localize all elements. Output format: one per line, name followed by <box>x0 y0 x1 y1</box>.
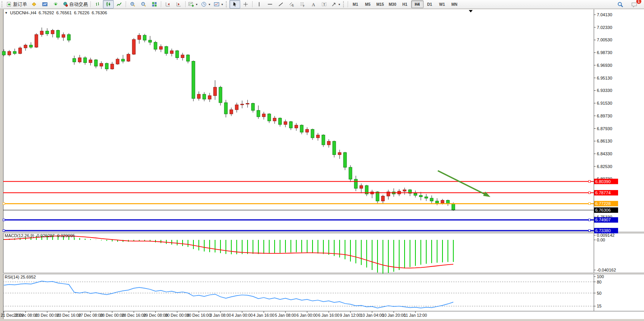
candle <box>311 129 314 138</box>
auto-scroll-button[interactable] <box>173 0 184 8</box>
candle <box>230 110 233 114</box>
candle <box>376 192 379 201</box>
timeframe-m15-button[interactable]: M15 <box>374 0 386 8</box>
candle-chart-mode-button[interactable] <box>103 0 114 8</box>
timeframe-d1-button[interactable]: D1 <box>424 0 436 8</box>
timeframe-m30-button[interactable]: M30 <box>386 0 399 8</box>
price-line-label: 6.74907 <box>594 217 618 222</box>
zoom-in-icon <box>130 2 135 7</box>
notifications-button[interactable]: 1 <box>629 0 639 8</box>
candle <box>132 39 135 54</box>
candle <box>327 141 330 145</box>
timeframe-w1-button[interactable]: W1 <box>436 0 448 8</box>
crosshair-button[interactable] <box>240 0 251 8</box>
price-tick-label: 6.87930 <box>597 126 612 131</box>
crosshair-icon <box>243 2 248 7</box>
text-label-tool-button[interactable]: T <box>319 0 330 8</box>
pane-separator[interactable] <box>3 232 644 233</box>
chart-window[interactable]: 7.041307.023307.005306.987306.969306.951… <box>0 0 644 321</box>
price-tick-label: 7.04130 <box>597 12 612 17</box>
candle <box>349 167 352 179</box>
timeframe-h1-button[interactable]: H1 <box>399 0 411 8</box>
candle <box>289 122 292 128</box>
timeframe-mn-button[interactable]: MN <box>448 0 461 8</box>
tile-windows-button[interactable] <box>149 0 160 8</box>
toolbar-grip[interactable] <box>2 1 3 7</box>
line-handle[interactable] <box>589 192 591 194</box>
time-tick-label: 10 Jan 20:00 <box>382 313 406 318</box>
candle <box>138 35 141 39</box>
fibonacci-icon: F <box>300 2 305 7</box>
chart-canvas[interactable]: 7.041307.023307.005306.987306.969306.951… <box>0 0 644 321</box>
svg-text:T: T <box>323 3 325 7</box>
line-handle[interactable] <box>589 180 591 182</box>
price-line-value: 6.76306 <box>595 208 611 212</box>
line-handle[interactable] <box>589 203 591 205</box>
zoom-out-button[interactable] <box>138 0 149 8</box>
candle <box>436 201 439 203</box>
new-order-button[interactable]: 新订单 <box>5 0 29 8</box>
channel-icon: E <box>289 2 294 7</box>
fibonacci-tool-button[interactable]: F <box>297 0 308 8</box>
timeframe-m1-button[interactable]: M1 <box>349 0 362 8</box>
notification-badge: 1 <box>636 0 642 4</box>
time-tick-label: 22 Dec 08:00 <box>14 313 38 318</box>
candle <box>430 198 433 201</box>
price-line-label: 6.78774 <box>594 190 618 195</box>
candle <box>452 204 455 210</box>
zoom-out-icon <box>141 2 146 7</box>
trendline-tool-button[interactable] <box>275 0 286 8</box>
line-handle[interactable] <box>3 230 5 232</box>
chevron-down-icon[interactable]: ▼ <box>5 11 8 15</box>
periods-button[interactable]: ▼ <box>200 0 212 8</box>
line-handle[interactable] <box>589 219 591 221</box>
bar-chart-mode-button[interactable] <box>92 0 103 8</box>
arrows-tool-button[interactable]: ▼ <box>330 0 342 8</box>
dropdown-arrow-icon: ▼ <box>195 3 198 6</box>
text-tool-button[interactable]: A <box>308 0 319 8</box>
line-handle[interactable] <box>589 230 591 232</box>
vertical-line-icon <box>256 2 262 7</box>
vertical-line-tool-button[interactable] <box>254 0 265 8</box>
chart-shift-button[interactable] <box>162 0 173 8</box>
pane-separator[interactable] <box>3 273 644 274</box>
horizontal-line-tool-button[interactable] <box>265 0 275 8</box>
signals-button[interactable] <box>50 0 61 8</box>
templates-button[interactable]: ▼ <box>212 0 225 8</box>
price-tick-label: 7.00530 <box>597 37 612 42</box>
macd-axis-label: 0.009142 <box>597 233 615 238</box>
timeframe-h4-button[interactable]: H4 <box>411 0 424 8</box>
equidistant-channel-tool-button[interactable]: E <box>286 0 297 8</box>
candle <box>241 104 244 105</box>
line-handle[interactable] <box>3 219 5 221</box>
toolbar-grip[interactable] <box>226 1 228 7</box>
market-watch-button[interactable] <box>39 0 50 8</box>
candle <box>73 58 76 62</box>
candle <box>333 141 336 155</box>
candle <box>268 114 271 121</box>
candle <box>159 46 162 49</box>
dropdown-arrow-icon: ▼ <box>221 3 224 6</box>
auto-trading-button[interactable]: 自动交易 <box>61 0 89 8</box>
search-button[interactable] <box>615 0 625 8</box>
price-tick-label: 6.93330 <box>597 88 612 93</box>
price-line-value: 6.73380 <box>595 228 611 233</box>
price-tick-label: 6.98730 <box>597 50 612 55</box>
candle <box>94 60 97 66</box>
text-icon: A <box>311 2 316 7</box>
bar-low: 6.76226 <box>74 10 89 15</box>
line-handle[interactable] <box>3 203 5 205</box>
candle <box>419 195 422 197</box>
new-chart-button[interactable]: ▼ <box>187 0 200 8</box>
toolbar-grip[interactable] <box>343 1 345 7</box>
candle <box>84 58 87 63</box>
cursor-icon <box>232 2 237 7</box>
line-chart-mode-button[interactable] <box>114 0 125 8</box>
gold-ingot-button[interactable] <box>29 0 39 8</box>
candle <box>381 196 384 201</box>
candle <box>111 64 114 69</box>
zoom-in-button[interactable] <box>127 0 138 8</box>
time-tick-label: 10 Jan 04:00 <box>360 313 384 318</box>
timeframe-m5-button[interactable]: M5 <box>362 0 374 8</box>
cursor-button[interactable] <box>229 0 240 8</box>
